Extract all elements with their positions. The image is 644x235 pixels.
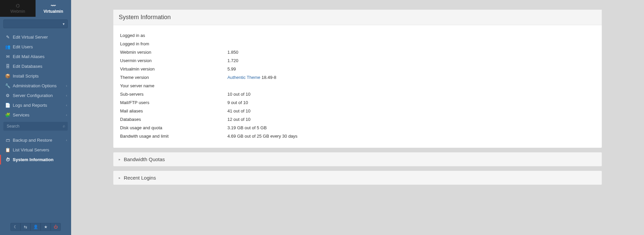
info-label: Theme version [120,75,227,80]
sidebar-item-edit-users[interactable]: 👥Edit Users [0,42,71,52]
collapsed-panel-title: Bandwidth Quotas [124,156,165,162]
caret-down-icon: ▾ [63,22,65,26]
sidebar: ⌬ Webmin 〰 Virtualmin ▾ ✎Edit Virtual Se… [0,0,71,235]
info-row: Disk usage and quota3.19 GB out of 5 GB [120,124,595,132]
sidebar-item-label: Server Configuration [13,93,53,98]
sidebar-item-services[interactable]: 🧩Services‹ [0,110,71,120]
webmin-logo-icon: ⌬ [16,3,20,8]
info-label: Logged in as [120,33,227,38]
chevron-left-icon: ‹ [66,94,67,97]
sidebar-item-label: Administration Options [13,83,57,88]
info-label: Mail aliases [120,108,227,113]
sidebar-item-label: Backup and Restore [13,138,52,143]
theme-link[interactable]: Authentic Theme [227,75,260,80]
sidebar-item-label: Install Scripts [13,74,39,79]
services-icon: 🧩 [5,112,11,117]
tab-webmin[interactable]: ⌬ Webmin [0,0,36,17]
list-virtual-servers-icon: 📋 [5,147,11,152]
collapsed-panel-recent-logins[interactable]: ▸Recent Logins [113,171,602,185]
logout-button[interactable]: ⏻ [51,223,61,231]
chevron-left-icon: ‹ [66,103,67,107]
info-label: Mail/FTP users [120,100,227,105]
share-icon: ⇆ [24,225,27,229]
sidebar-item-system-information[interactable]: ⏱System Information [0,155,71,164]
info-label: Virtualmin version [120,66,227,72]
info-row: Logged in as [120,31,595,40]
server-configuration-icon: ⚙ [5,93,11,98]
dark-mode-button[interactable]: ☾ [10,223,20,231]
sidebar-item-label: System Information [13,157,53,162]
bottom-toolbar: ☾ ⇆ 👤 ★ ⏻ [0,219,71,235]
info-row: Sub-servers10 out of 10 [120,90,595,98]
info-value: 41 out of 10 [227,108,251,113]
info-label: Sub-servers [120,92,227,97]
info-row: Logged in from [120,40,595,48]
info-row: Bandwith usage and limit4.69 GB out of 2… [120,132,595,140]
collapsed-panel-title: Recent Logins [124,175,156,181]
info-row: Usermin version1.720 [120,56,595,65]
info-value: 9 out of 10 [227,100,248,105]
favorites-button[interactable]: ★ [41,223,51,231]
info-value: 12 out of 10 [227,117,251,122]
share-button[interactable]: ⇆ [20,223,31,231]
info-row: Databases12 out of 10 [120,115,595,124]
sidebar-item-label: Logs and Reports [13,103,47,108]
info-label: Webmin version [120,50,227,55]
sidebar-item-label: Edit Mail Aliases [13,54,45,59]
edit-virtual-server-icon: ✎ [5,35,11,40]
sidebar-item-label: Services [13,112,30,117]
backup-and-restore-icon: 🗃 [5,138,11,143]
power-icon: ⏻ [54,225,58,229]
collapsed-panel-bandwidth-quotas[interactable]: ▸Bandwidth Quotas [113,152,602,167]
panel-body: Logged in asLogged in fromWebmin version… [113,25,602,148]
edit-users-icon: 👥 [5,44,11,49]
user-icon: 👤 [33,225,38,229]
sidebar-item-logs-and-reports[interactable]: 📄Logs and Reports‹ [0,100,71,110]
info-row: Your server name [120,82,595,90]
edit-databases-icon: 🗄 [5,64,11,69]
sidebar-item-edit-mail-aliases[interactable]: ✉Edit Mail Aliases [0,52,71,61]
panel-header[interactable]: System Information [113,10,602,25]
info-row: Webmin version1.850 [120,48,595,56]
virtualmin-logo-icon: 〰 [51,3,56,8]
chevron-left-icon: ‹ [66,84,67,88]
sidebar-item-label: Edit Users [13,44,33,49]
install-scripts-icon: 📦 [5,74,11,79]
tab-webmin-label: Webmin [10,9,25,14]
info-value: 3.19 GB out of 5 GB [227,125,267,130]
sidebar-item-administration-options[interactable]: 🔧Administration Options‹ [0,81,71,91]
info-value: 1.850 [227,50,238,55]
info-value: 1.720 [227,58,238,63]
star-icon: ★ [44,225,48,229]
info-value: Authentic Theme 18.49-8 [227,75,276,80]
chevron-left-icon: ‹ [66,113,67,117]
info-value: 4.69 GB out of 25 GB every 30 days [227,134,298,139]
sidebar-item-edit-databases[interactable]: 🗄Edit Databases [0,61,71,71]
domain-selector[interactable]: ▾ [3,19,68,28]
sidebar-item-list-virtual-servers[interactable]: 📋List Virtual Servers [0,145,71,155]
system-information-panel: System Information Logged in asLogged in… [113,9,602,148]
caret-right-icon: ▸ [119,176,120,180]
sidebar-item-label: Edit Virtual Server [13,35,48,40]
info-label: Bandwith usage and limit [120,134,227,139]
sidebar-item-edit-virtual-server[interactable]: ✎Edit Virtual Server [0,32,71,42]
edit-mail-aliases-icon: ✉ [5,54,11,59]
user-button[interactable]: 👤 [31,223,41,231]
info-value: 10 out of 10 [227,92,251,97]
tab-virtualmin-label: Virtualmin [44,9,63,14]
caret-right-icon: ▸ [119,157,120,161]
chevron-left-icon: ‹ [66,138,67,142]
sidebar-item-server-configuration[interactable]: ⚙Server Configuration‹ [0,91,71,100]
info-label: Logged in from [120,41,227,46]
tab-virtualmin[interactable]: 〰 Virtualmin [36,0,71,17]
search-input[interactable] [3,122,68,131]
info-row: Theme versionAuthentic Theme 18.49-8 [120,73,595,82]
panel-title: System Information [119,14,171,21]
info-label: Your server name [120,83,227,88]
top-tabs: ⌬ Webmin 〰 Virtualmin [0,0,71,17]
sidebar-item-backup-and-restore[interactable]: 🗃Backup and Restore‹ [0,135,71,145]
theme-version-suffix: 18.49-8 [260,75,276,80]
sidebar-item-install-scripts[interactable]: 📦Install Scripts [0,71,71,81]
sidebar-item-label: List Virtual Servers [13,147,49,152]
administration-options-icon: 🔧 [5,83,11,88]
